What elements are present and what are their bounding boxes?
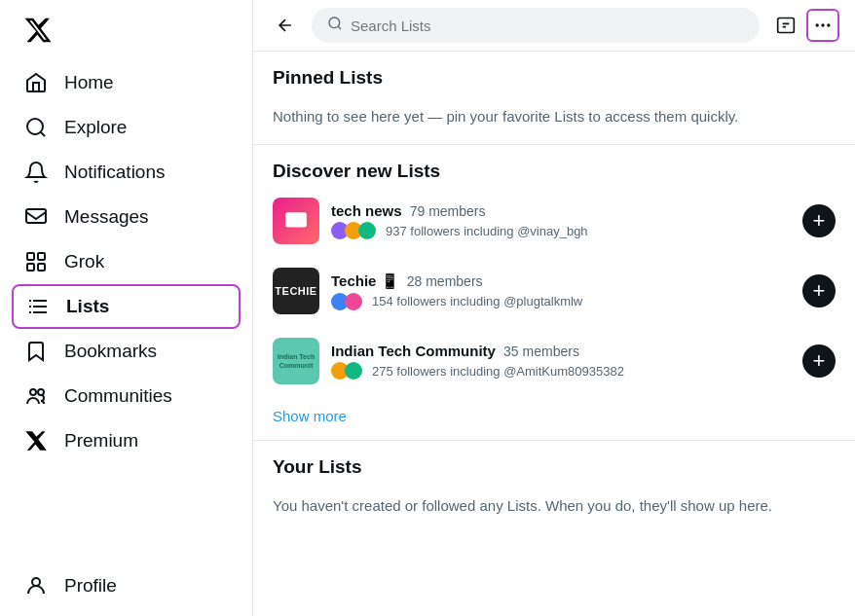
sidebar-item-notifications-label: Notifications <box>64 162 166 183</box>
bookmarks-icon <box>23 339 49 364</box>
communities-icon <box>23 383 49 409</box>
sidebar-item-profile-label: Profile <box>64 575 117 597</box>
svg-point-11 <box>816 23 819 26</box>
top-bar <box>253 0 855 52</box>
list-info-tech-news: tech news 79 members 937 followers inclu… <box>331 202 791 239</box>
list-thumb-techie: TECHIE <box>273 268 319 314</box>
list-followers-tech-news: 937 followers including @vinay_bgh <box>331 222 791 239</box>
sidebar-item-grok[interactable]: Grok <box>12 239 241 284</box>
sidebar-item-explore[interactable]: Explore <box>12 105 241 150</box>
sidebar-item-notifications[interactable]: Notifications <box>12 150 241 195</box>
sidebar-item-premium-label: Premium <box>64 430 138 452</box>
svg-point-6 <box>30 389 36 395</box>
sidebar-item-lists[interactable]: Lists <box>12 284 241 329</box>
discover-section: Discover new Lists tech news 79 members <box>253 145 855 440</box>
messages-icon <box>23 204 49 230</box>
list-thumb-tech-news <box>273 198 319 244</box>
list-item-tech-news[interactable]: tech news 79 members 937 followers inclu… <box>273 186 836 256</box>
new-list-button[interactable] <box>769 9 802 42</box>
sidebar-item-premium[interactable]: Premium <box>12 418 241 463</box>
sidebar-item-messages[interactable]: Messages <box>12 195 241 239</box>
sidebar-item-explore-label: Explore <box>64 117 127 138</box>
sidebar-item-home-label: Home <box>64 72 114 93</box>
premium-icon <box>23 428 49 453</box>
notifications-icon <box>23 160 49 185</box>
list-item-indian-tech[interactable]: Indian Tech Communit Indian Tech Communi… <box>273 326 836 396</box>
sidebar-item-profile[interactable]: Profile <box>12 563 241 608</box>
add-list-button-indian-tech[interactable]: + <box>802 344 836 378</box>
more-options-button[interactable] <box>806 9 839 42</box>
sidebar-item-lists-label: Lists <box>66 296 109 317</box>
list-name-tech-news: tech news 79 members <box>331 202 791 219</box>
list-item-techie[interactable]: TECHIE Techie 📱 28 members 154 followers… <box>273 256 836 326</box>
svg-rect-4 <box>27 264 34 271</box>
sidebar-item-bookmarks-label: Bookmarks <box>64 341 157 362</box>
sidebar-item-bookmarks[interactable]: Bookmarks <box>12 329 241 374</box>
svg-point-12 <box>821 23 824 26</box>
list-followers-indian-tech: 275 followers including @AmitKum80935382 <box>331 362 791 380</box>
list-followers-techie: 154 followers including @plugtalkmlw <box>331 293 791 310</box>
home-icon <box>23 70 49 95</box>
svg-rect-3 <box>38 253 45 260</box>
back-button[interactable] <box>269 9 302 42</box>
list-info-indian-tech: Indian Tech Community 35 members 275 fol… <box>331 343 791 380</box>
sidebar-item-home[interactable]: Home <box>12 60 241 105</box>
show-more-button[interactable]: Show more <box>273 396 836 440</box>
add-list-button-techie[interactable]: + <box>802 274 836 308</box>
followers-text-indian-tech: 275 followers including @AmitKum80935382 <box>372 364 624 379</box>
svg-rect-10 <box>778 18 795 33</box>
followers-text-tech-news: 937 followers including @vinay_bgh <box>386 224 588 238</box>
sidebar-item-grok-label: Grok <box>64 251 104 272</box>
pinned-lists-title: Pinned Lists <box>273 67 836 89</box>
lists-icon <box>25 294 51 319</box>
svg-point-9 <box>329 18 340 28</box>
top-actions <box>769 9 839 42</box>
your-lists-empty: You haven't created or followed any List… <box>273 482 836 533</box>
profile-icon <box>23 573 49 598</box>
sidebar-item-messages-label: Messages <box>64 206 149 228</box>
svg-rect-14 <box>285 212 307 227</box>
svg-rect-2 <box>27 253 34 260</box>
discover-title: Discover new Lists <box>273 161 836 182</box>
your-lists-section: Your Lists You haven't created or follow… <box>253 441 855 533</box>
search-icon <box>327 16 343 35</box>
list-thumb-indian-tech: Indian Tech Communit <box>273 338 319 384</box>
sidebar-item-communities-label: Communities <box>64 385 172 407</box>
search-input[interactable] <box>351 18 744 34</box>
list-info-techie: Techie 📱 28 members 154 followers includ… <box>331 272 791 310</box>
your-lists-title: Your Lists <box>273 456 836 478</box>
svg-point-0 <box>27 119 43 134</box>
sidebar-item-communities[interactable]: Communities <box>12 374 241 418</box>
svg-point-13 <box>827 23 830 26</box>
list-name-indian-tech: Indian Tech Community 35 members <box>331 343 791 359</box>
main-content: Pinned Lists Nothing to see here yet — p… <box>253 0 855 616</box>
explore-icon <box>23 115 49 140</box>
add-list-button-tech-news[interactable]: + <box>802 204 836 237</box>
list-name-techie: Techie 📱 28 members <box>331 272 791 290</box>
svg-point-8 <box>32 578 40 586</box>
x-logo[interactable] <box>12 8 241 56</box>
sidebar: Home Explore Notifications Messages <box>0 0 253 616</box>
search-bar[interactable] <box>312 8 760 43</box>
svg-rect-1 <box>26 209 46 223</box>
svg-rect-5 <box>38 264 45 271</box>
followers-text-techie: 154 followers including @plugtalkmlw <box>372 294 582 308</box>
grok-icon <box>23 249 49 274</box>
pinned-lists-section: Pinned Lists Nothing to see here yet — p… <box>253 52 855 144</box>
pinned-lists-empty: Nothing to see here yet — pin your favor… <box>273 92 836 144</box>
